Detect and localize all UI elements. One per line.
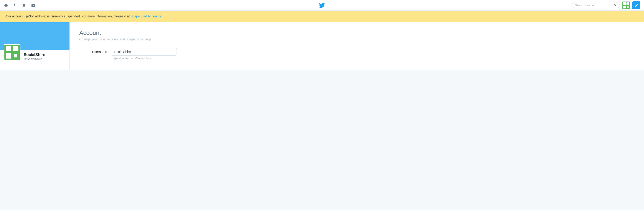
svg-rect-7 — [6, 46, 11, 51]
svg-rect-3 — [623, 6, 626, 8]
messages-icon[interactable] — [31, 2, 36, 8]
search-input[interactable] — [575, 4, 612, 7]
compose-button[interactable] — [632, 2, 640, 9]
svg-rect-5 — [627, 6, 628, 8]
header-left-nav — [4, 2, 36, 8]
avatar-button[interactable] — [622, 2, 630, 9]
svg-rect-11 — [14, 54, 18, 58]
search-icon — [614, 3, 617, 7]
profile-name-block: SocialShire @SocialShire — [24, 43, 45, 61]
banner-text-after: . — [161, 14, 162, 18]
header-right — [572, 2, 640, 9]
svg-rect-2 — [626, 2, 629, 5]
svg-rect-1 — [623, 2, 626, 5]
profile-avatar — [4, 44, 20, 61]
profile-handle: @SocialShire — [24, 57, 45, 61]
home-icon[interactable] — [4, 2, 8, 8]
avatar-image — [622, 2, 630, 9]
search-box[interactable] — [572, 2, 620, 8]
username-field-block: https://twitter.com/SocialShire — [112, 48, 177, 60]
suspension-banner: Your account (@SocialShire) is currently… — [0, 11, 644, 22]
main-header — [0, 0, 644, 11]
account-panel: Account Change your basic account and la… — [70, 22, 644, 70]
username-label: Username — [79, 48, 107, 54]
username-row: Username https://twitter.com/SocialShire — [79, 48, 635, 60]
account-title: Account — [79, 29, 635, 36]
suspended-accounts-link[interactable]: Suspended Accounts — [130, 14, 161, 18]
username-url-hint: https://twitter.com/SocialShire — [112, 56, 177, 60]
notifications-icon[interactable] — [22, 2, 26, 8]
profile-info: SocialShire @SocialShire — [0, 41, 70, 64]
profile-display-name: SocialShire — [24, 52, 45, 57]
account-subtitle: Change your basic account and language s… — [79, 38, 635, 41]
main-container: SocialShire @SocialShire Account Change … — [0, 22, 644, 70]
svg-rect-9 — [6, 53, 11, 58]
username-input[interactable] — [112, 48, 177, 56]
header-logo[interactable] — [318, 2, 326, 8]
svg-rect-8 — [13, 46, 18, 51]
banner-text-before: Your account (@SocialShire) is currently… — [5, 14, 130, 18]
profile-panel: SocialShire @SocialShire — [0, 22, 70, 70]
moments-icon[interactable] — [13, 2, 17, 8]
